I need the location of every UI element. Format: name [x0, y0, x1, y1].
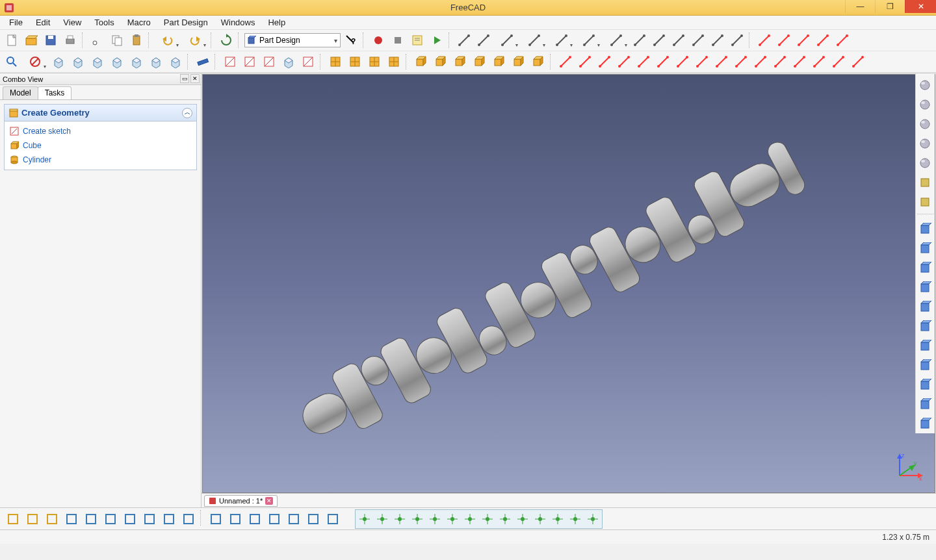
appearance-grey-button[interactable] [916, 95, 934, 114]
show-layers-button[interactable] [346, 53, 364, 71]
op-sweep-button[interactable] [916, 376, 934, 394]
view-left-button[interactable] [166, 53, 185, 71]
op-extrude-button[interactable] [916, 240, 934, 258]
draft-edit-button[interactable] [324, 510, 342, 528]
workbench-selector[interactable]: Part Design [244, 33, 341, 47]
clear-selection-button[interactable] [22, 53, 48, 71]
const-snell-button[interactable] [849, 53, 867, 71]
macro-run-button[interactable] [428, 31, 446, 49]
cut-button[interactable] [88, 31, 107, 49]
measure-button[interactable] [194, 53, 212, 71]
draft-rotate-button[interactable] [101, 510, 120, 528]
task-item-cube[interactable]: Cube [5, 138, 196, 153]
part-torus-button[interactable] [490, 53, 508, 71]
part-box-button[interactable] [412, 53, 430, 71]
toggle-construction-button[interactable] [385, 53, 403, 71]
constr-perpendicular-button[interactable] [833, 31, 852, 49]
appearance-glass-button[interactable] [916, 115, 934, 133]
const-coincident-button[interactable] [556, 53, 575, 71]
collapse-icon[interactable]: ︿ [182, 108, 192, 118]
copy-button[interactable] [108, 31, 126, 49]
const-length-button[interactable] [790, 53, 809, 71]
draft-clone-button[interactable] [304, 510, 322, 528]
sketch-trim-button[interactable] [670, 31, 688, 49]
fit-all-button[interactable] [3, 53, 21, 71]
view-rear-button[interactable] [127, 53, 146, 71]
sketch-extend-button[interactable] [728, 31, 746, 49]
combo-close-button[interactable]: ✕ [190, 74, 200, 83]
save-file-button[interactable] [42, 31, 60, 49]
draft-pointarray-button[interactable] [265, 510, 283, 528]
draft-trimex-button[interactable] [207, 510, 225, 528]
op-face-blue-button[interactable] [916, 357, 934, 375]
part-cone-button[interactable] [471, 53, 489, 71]
const-parallel-button[interactable] [634, 53, 653, 71]
constr-point-button[interactable] [755, 31, 774, 49]
menu-help[interactable]: Help [261, 16, 292, 29]
document-tab[interactable]: Unnamed : 1* ✕ [204, 495, 278, 507]
constr-parallel-button[interactable] [814, 31, 832, 49]
draft-grid-button[interactable] [179, 510, 198, 528]
minimize-button[interactable]: — [845, 0, 875, 13]
menu-file[interactable]: File [3, 16, 29, 29]
maximize-button[interactable]: ❐ [875, 0, 905, 13]
sketch-construction-button[interactable] [689, 31, 707, 49]
undo-button[interactable] [155, 31, 181, 49]
sketch-line-button[interactable] [474, 31, 493, 49]
show-grid-button[interactable] [326, 53, 344, 71]
draft-offset-button[interactable] [121, 510, 139, 528]
3d-viewport[interactable]: z x y [202, 74, 935, 493]
document-tab-close[interactable]: ✕ [265, 497, 273, 505]
draft-move-button[interactable] [82, 510, 100, 528]
combo-tab-tasks[interactable]: Tasks [38, 86, 72, 99]
op-shell-button[interactable] [916, 415, 934, 433]
whats-this-button[interactable]: ? [342, 31, 360, 49]
sketch-arc-button[interactable] [521, 31, 547, 49]
part-cylinder-button[interactable] [432, 53, 450, 71]
new-file-button[interactable] [3, 31, 21, 49]
snap-ortho-button[interactable] [549, 511, 566, 528]
draft-wire-button[interactable] [4, 510, 22, 528]
map-sketch-button[interactable] [299, 53, 317, 71]
view-right-button[interactable] [108, 53, 126, 71]
task-item-cylinder[interactable]: Cylinder [5, 153, 196, 167]
leave-sketch-button[interactable] [221, 53, 239, 71]
op-thickness-out-button[interactable] [916, 298, 934, 316]
menu-macro[interactable]: Macro [121, 16, 157, 29]
op-draft-button[interactable] [916, 396, 934, 414]
sketch-external-button[interactable] [708, 31, 727, 49]
const-equal-button[interactable] [693, 53, 711, 71]
op-face-red-button[interactable] [916, 337, 934, 355]
view-top-button[interactable] [88, 53, 107, 71]
const-pointonobj-button[interactable] [576, 53, 594, 71]
menu-view[interactable]: View [57, 16, 88, 29]
dim-vertical-button[interactable] [916, 173, 934, 192]
close-button[interactable]: ✕ [905, 0, 936, 13]
part-prism-button[interactable] [510, 53, 528, 71]
part-wedge-button[interactable] [529, 53, 547, 71]
macro-record-button[interactable] [369, 31, 387, 49]
snap-grid-button[interactable] [409, 511, 426, 528]
part-sphere-button[interactable] [451, 53, 469, 71]
snap-intersect-button[interactable] [426, 511, 443, 528]
menu-windows[interactable]: Windows [214, 16, 262, 29]
macro-edit-button[interactable] [408, 31, 426, 49]
snap-center-button[interactable] [497, 511, 514, 528]
sketch-slot-button[interactable] [630, 31, 649, 49]
paste-button[interactable] [127, 31, 146, 49]
snap-angle-button[interactable] [479, 511, 496, 528]
op-revolve-button[interactable] [916, 220, 934, 238]
draft-shapestring-button[interactable] [43, 510, 61, 528]
const-angle-button[interactable] [829, 53, 848, 71]
sketch-point-button[interactable] [455, 31, 473, 49]
print-button[interactable] [61, 31, 79, 49]
view-front-button[interactable] [69, 53, 87, 71]
const-radius-button[interactable] [810, 53, 828, 71]
const-horiz-dist-button[interactable] [751, 53, 770, 71]
const-vert-dist-button[interactable] [771, 53, 789, 71]
show-constraints-button[interactable] [365, 53, 384, 71]
constr-vertical-button[interactable] [775, 31, 793, 49]
constr-horizontal-button[interactable] [794, 31, 812, 49]
snap-lock-button[interactable] [356, 511, 373, 528]
sketch-circle-button[interactable] [549, 31, 575, 49]
